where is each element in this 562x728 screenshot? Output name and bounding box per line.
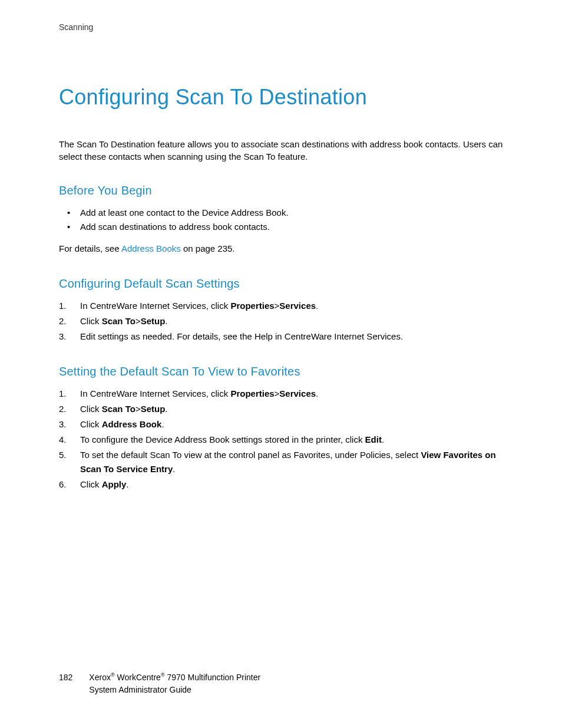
list-item: Click Scan To>Setup. (59, 402, 503, 416)
brand: Xerox (89, 673, 111, 682)
step-text: . (165, 316, 167, 326)
list-item: In CentreWare Internet Services, click P… (59, 299, 503, 313)
page-title: Configuring Scan To Destination (59, 85, 503, 110)
favorites-steps: In CentreWare Internet Services, click P… (59, 387, 503, 492)
step-bold: Services (279, 301, 316, 311)
step-text: Click (80, 479, 102, 489)
details-prefix: For details, see (59, 243, 121, 253)
step-text: > (135, 316, 141, 326)
step-bold: Setup (141, 316, 166, 326)
default-scan-settings-heading: Configuring Default Scan Settings (59, 277, 503, 291)
step-text: > (135, 404, 141, 414)
list-item: Edit settings as needed. For details, se… (59, 330, 503, 344)
list-item: Click Apply. (59, 477, 503, 492)
list-item: Click Scan To>Setup. (59, 314, 503, 328)
step-bold: Services (279, 388, 316, 398)
model: 7970 Multifunction Printer (165, 673, 261, 682)
footer-text: Xerox® WorkCentre® 7970 Multifunction Pr… (89, 671, 260, 696)
step-bold: Scan To (102, 316, 135, 326)
list-item: In CentreWare Internet Services, click P… (59, 387, 503, 401)
intro-paragraph: The Scan To Destination feature allows y… (59, 138, 503, 163)
step-bold: Edit (365, 434, 382, 444)
default-scan-steps: In CentreWare Internet Services, click P… (59, 299, 503, 344)
step-text: Click (80, 316, 102, 326)
list-item: Add scan destinations to address book co… (59, 220, 503, 234)
brand: WorkCentre (115, 673, 161, 682)
list-item: Add at least one contact to the Device A… (59, 206, 503, 220)
page-number: 182 (59, 671, 72, 683)
step-text: . (382, 434, 384, 444)
step-text: . (161, 419, 164, 429)
before-you-begin-heading: Before You Begin (59, 184, 503, 197)
step-text: To configure the Device Address Book set… (80, 434, 365, 444)
guide-name: System Administrator Guide (89, 685, 191, 694)
list-item: Click Address Book. (59, 417, 503, 431)
step-text: . (126, 479, 128, 489)
details-line: For details, see Address Books on page 2… (59, 242, 503, 256)
registered-icon: ® (111, 673, 115, 678)
step-text: Click (80, 404, 102, 414)
step-bold: Apply (102, 479, 127, 489)
step-text: Click (80, 419, 102, 429)
step-text: In CentreWare Internet Services, click (80, 301, 230, 311)
page-footer: 182Xerox® WorkCentre® 7970 Multifunction… (59, 671, 260, 696)
registered-icon: ® (161, 673, 165, 678)
step-bold: Setup (141, 404, 166, 414)
step-text: . (316, 301, 318, 311)
step-text: In CentreWare Internet Services, click (80, 388, 230, 398)
step-bold: Properties (230, 388, 274, 398)
step-bold: Properties (230, 301, 274, 311)
details-suffix: on page 235. (181, 243, 235, 253)
step-text: To set the default Scan To view at the c… (80, 450, 421, 460)
address-books-link[interactable]: Address Books (121, 243, 181, 253)
before-bullet-list: Add at least one contact to the Device A… (59, 206, 503, 234)
list-item: To set the default Scan To view at the c… (59, 448, 503, 476)
step-bold: Address Book (102, 419, 162, 429)
favorites-heading: Setting the Default Scan To View to Favo… (59, 365, 503, 378)
list-item: To configure the Device Address Book set… (59, 433, 503, 447)
running-header: Scanning (59, 22, 503, 32)
step-text: . (173, 464, 175, 474)
step-text: . (165, 404, 167, 414)
step-bold: Scan To (102, 404, 135, 414)
step-text: . (316, 388, 318, 398)
